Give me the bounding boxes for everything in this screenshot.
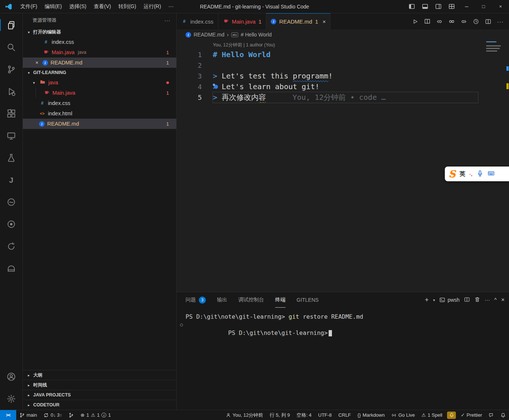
kill-terminal-button[interactable] bbox=[474, 297, 480, 304]
close-icon[interactable]: × bbox=[34, 60, 40, 66]
language-mode-status[interactable]: {} Markdown bbox=[354, 410, 388, 420]
split-editor-icon[interactable] bbox=[482, 16, 494, 27]
remote-indicator[interactable]: >< bbox=[0, 410, 16, 420]
editor[interactable]: You, 12分钟前 | 1 author (You) 1 # Hello Wo… bbox=[177, 40, 509, 292]
open-editors-header[interactable]: ▾ 打开的编辑器 bbox=[23, 27, 176, 37]
terminal-profile-chip[interactable]: pwsh bbox=[439, 297, 460, 303]
ime-punctuation-toggle[interactable]: ·, bbox=[470, 171, 472, 177]
tab-terminal[interactable]: 终端 bbox=[275, 292, 285, 308]
minimap[interactable] bbox=[486, 41, 503, 53]
tree-file-main-java[interactable]: Main.java 1 bbox=[23, 88, 176, 98]
gitlens-codelens[interactable]: You, 12分钟前 | 1 author (You) bbox=[177, 41, 483, 49]
tree-file-index-html[interactable]: <> index.html bbox=[23, 108, 176, 119]
tab-problems[interactable]: 问题 3 bbox=[186, 292, 206, 308]
cursor-position-status[interactable]: 行 5, 列 9 bbox=[266, 410, 293, 420]
open-editor-main-java[interactable]: Main.java java 1 bbox=[23, 47, 176, 57]
feedback-icon[interactable] bbox=[485, 410, 497, 420]
spell-checker-status[interactable]: ⚠ 1 Spell bbox=[418, 410, 446, 420]
section-outline[interactable]: ▸ 大纲 bbox=[23, 370, 176, 380]
markdown-preview-icon[interactable] bbox=[422, 16, 433, 27]
gitlens-compare-icon[interactable] bbox=[446, 16, 457, 27]
extensions-icon[interactable] bbox=[0, 102, 22, 125]
ai-extension-badge[interactable] bbox=[447, 412, 456, 419]
maximize-button[interactable]: □ bbox=[475, 0, 492, 13]
eol-status[interactable]: CRLF bbox=[335, 410, 354, 420]
file-description: java bbox=[78, 50, 86, 55]
close-button[interactable]: × bbox=[492, 0, 509, 13]
java-projects-icon[interactable]: J bbox=[0, 169, 22, 191]
menu-file[interactable]: 文件(F) bbox=[17, 2, 41, 11]
run-debug-icon[interactable] bbox=[0, 80, 22, 102]
tab-debug-console[interactable]: 调试控制台 bbox=[238, 292, 264, 308]
new-terminal-button[interactable]: + bbox=[425, 296, 429, 304]
project-folder-header[interactable]: ▾ GIT-LEARNING bbox=[23, 68, 176, 77]
section-timeline[interactable]: ▸ 时间线 bbox=[23, 380, 176, 390]
menu-selection[interactable]: 选择(S) bbox=[66, 2, 90, 11]
terminal-profile-dropdown-icon[interactable]: ▾ bbox=[433, 298, 435, 302]
gradle-icon[interactable] bbox=[0, 191, 22, 213]
explorer-icon[interactable] bbox=[0, 14, 22, 36]
microphone-icon[interactable] bbox=[477, 170, 484, 178]
customize-layout-icon[interactable] bbox=[445, 0, 458, 13]
menu-go[interactable]: 转到(G) bbox=[115, 2, 139, 11]
blame-status[interactable]: You, 12分钟前 bbox=[222, 410, 267, 420]
testing-icon[interactable] bbox=[0, 147, 22, 169]
gitlens-history-icon[interactable] bbox=[470, 16, 482, 27]
menu-run[interactable]: 运行(R) bbox=[140, 2, 164, 11]
problems-status[interactable]: ⊗ 1 ⚠ 1 i 1 bbox=[77, 410, 114, 420]
sidebar-more-actions-button[interactable]: ··· bbox=[165, 18, 170, 23]
panel-more-actions-button[interactable]: ··· bbox=[485, 297, 490, 303]
gitlens-prev-change-icon[interactable] bbox=[434, 16, 445, 27]
tab-gitlens[interactable]: GITLENS bbox=[297, 292, 319, 308]
codetour-icon[interactable] bbox=[0, 235, 22, 257]
search-icon[interactable] bbox=[0, 36, 22, 58]
tab-index-css[interactable]: # index.css bbox=[177, 13, 218, 29]
run-button[interactable] bbox=[409, 16, 421, 27]
menu-overflow-button[interactable]: ··· bbox=[165, 2, 177, 11]
open-editor-index-css[interactable]: # index.css bbox=[23, 37, 176, 47]
editor-more-actions-button[interactable]: ··· bbox=[495, 16, 506, 27]
settings-gear-icon[interactable] bbox=[0, 388, 22, 410]
open-editor-readme-md[interactable]: × i README.md 1 bbox=[23, 57, 176, 68]
split-terminal-button[interactable] bbox=[464, 297, 470, 304]
branch-status[interactable]: main bbox=[16, 410, 40, 420]
collaborator-dot-icon bbox=[214, 85, 218, 89]
notifications-bell-icon[interactable] bbox=[497, 410, 509, 420]
remote-explorer-icon[interactable] bbox=[0, 125, 22, 147]
minimize-button[interactable]: ─ bbox=[458, 0, 475, 13]
sogou-logo[interactable]: S bbox=[449, 168, 456, 179]
tab-main-java[interactable]: Main.java 1 bbox=[218, 13, 267, 29]
breadcrumb-symbol[interactable]: # Hello World bbox=[241, 32, 272, 38]
menu-view[interactable]: 查看(V) bbox=[90, 2, 114, 11]
source-control-icon[interactable] bbox=[0, 58, 22, 80]
tree-file-readme-md[interactable]: i README.md 1 bbox=[23, 119, 176, 129]
docker-icon[interactable] bbox=[0, 257, 22, 279]
tree-folder-java[interactable]: ▾ java bbox=[23, 77, 176, 88]
layout-sidebar-left-icon[interactable] bbox=[405, 0, 418, 13]
info-icon: i bbox=[39, 121, 45, 127]
tab-output[interactable]: 输出 bbox=[217, 292, 227, 308]
section-codetour[interactable]: ▸ CODETOUR bbox=[23, 400, 176, 410]
go-live-button[interactable]: Go Live bbox=[388, 410, 418, 420]
layout-panel-icon[interactable] bbox=[418, 0, 432, 13]
close-icon[interactable]: × bbox=[323, 18, 326, 25]
prettier-status[interactable]: ✓ Prettier bbox=[457, 410, 485, 420]
encoding-status[interactable]: UTF-8 bbox=[315, 410, 335, 420]
sync-status[interactable]: 0↓ 3↑ bbox=[40, 410, 65, 420]
gitlens-next-change-icon[interactable] bbox=[458, 16, 470, 27]
keyboard-icon[interactable] bbox=[488, 170, 495, 178]
ime-language-toggle[interactable]: 英 bbox=[460, 170, 465, 178]
commit-graph-button[interactable] bbox=[65, 410, 77, 420]
section-java-projects[interactable]: ▸ JAVA PROJECTS bbox=[23, 390, 176, 400]
maximize-panel-button[interactable]: ^ bbox=[494, 297, 497, 303]
tree-file-index-css[interactable]: # index.css bbox=[23, 98, 176, 108]
breadcrumb-file[interactable]: README.md bbox=[194, 32, 224, 38]
menu-edit[interactable]: 编辑(E) bbox=[41, 2, 65, 11]
accounts-icon[interactable] bbox=[0, 365, 22, 388]
indentation-status[interactable]: 空格: 4 bbox=[293, 410, 315, 420]
close-panel-button[interactable]: × bbox=[501, 297, 505, 303]
live-share-icon[interactable] bbox=[0, 213, 22, 235]
layout-sidebar-right-icon[interactable] bbox=[432, 0, 445, 13]
tab-readme-md[interactable]: i README.md 1 × bbox=[266, 13, 330, 29]
terminal-view[interactable]: PS D:\git\note\git-learning> git restore… bbox=[177, 308, 509, 345]
